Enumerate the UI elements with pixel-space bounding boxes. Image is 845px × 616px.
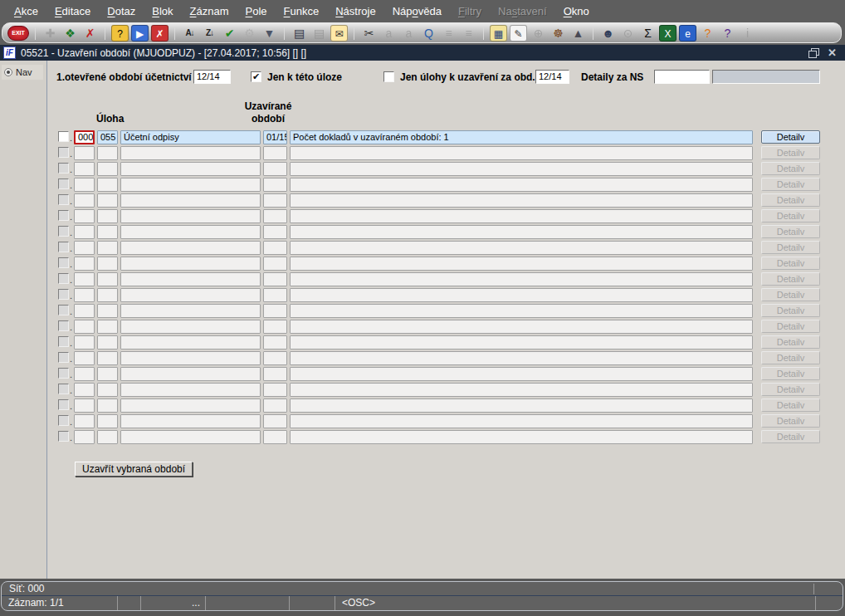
unit-field[interactable]: 000 [74,130,95,144]
period-field [263,272,287,286]
row-checkbox [58,194,69,205]
task-name-field [120,367,261,381]
task-name-field [120,146,261,160]
calendar-card-icon[interactable]: ▦ [490,25,507,42]
user-report-icon[interactable]: ☻ [599,25,617,42]
unit-field [74,414,95,428]
filter-icon[interactable]: ▼ [261,25,278,42]
menu-nastaveni: Nastavení [491,2,554,20]
duplicate-record-icon[interactable]: ❖ [61,25,79,42]
menu-okno[interactable]: Okno [556,2,597,20]
row-checkbox [58,305,69,315]
info-field [290,430,753,444]
period-field[interactable]: 01/15 [263,130,287,144]
table-row: .Detailv [0,335,845,351]
menu-napoveda[interactable]: Nápověda [385,2,449,20]
restore-window-icon[interactable] [808,48,819,58]
only-this-task-checkbox[interactable]: ✔ [251,71,261,82]
window-icon: iF [3,46,16,59]
close-selected-periods-button[interactable]: Uzavřít vybraná období [75,462,193,477]
info-field [290,367,753,381]
info-field [290,272,753,286]
commit-icon[interactable]: ✔ [221,25,238,42]
task-name-field[interactable]: Účetní odpisy [120,130,261,144]
menu-bar: AkceEditaceDotazBlokZáznamPoleFunkceNást… [0,0,845,22]
task-field [97,335,118,350]
menu-nastroje[interactable]: Nástroje [328,2,383,20]
detail-button: Detailv [761,272,820,286]
cancel-query-icon[interactable]: ✗ [151,25,169,42]
unit-field [74,241,95,255]
menu-blok[interactable]: Blok [144,2,180,20]
only-close-period-field[interactable]: 12/14 [535,70,569,84]
statusbar-segment: Záznam: 1/1 [2,596,118,611]
help-wizard-icon[interactable]: ? [699,25,716,42]
detail-button: Detailv [761,304,820,317]
mail-icon[interactable]: ✉ [330,25,348,42]
column-header-period-line2: období [235,113,301,125]
only-close-checkbox[interactable]: ✔ [383,71,394,82]
task-name-field [120,225,261,239]
menu-editace[interactable]: Editace [47,2,98,20]
menu-funkce[interactable]: Funkce [276,2,327,20]
zoom-icon[interactable]: Q [420,25,437,42]
menu-zaznam[interactable]: Záznam [183,2,237,20]
open-period-field[interactable]: 12/14 [193,70,231,84]
period-field [263,304,287,318]
period-field [263,367,287,381]
task-name-field [120,335,261,350]
task-field [97,320,118,334]
period-field [263,414,287,428]
task-field [97,398,118,413]
detail-button: Detailv [761,146,820,159]
info-field[interactable]: Počet dokladů v uzavíraném období: 1 [290,130,753,144]
task-field[interactable]: 055 [97,130,118,144]
toolbar-separator [174,27,175,40]
cut-icon[interactable]: ✂ [360,25,378,42]
exit-button[interactable]: EXIT [7,26,29,41]
details-ns-field[interactable] [654,70,710,84]
excel-icon[interactable]: X [659,25,676,42]
document-edit-icon[interactable]: ✎ [510,25,527,42]
print-icon[interactable]: ▤ [291,25,308,42]
detail-button: Detailv [761,335,820,349]
delete-record-icon[interactable]: ✗ [81,25,99,42]
menu-pole[interactable]: Pole [238,2,275,20]
period-field [263,193,287,208]
help-icon[interactable]: ? [719,25,736,42]
statusbar-segment [118,596,141,611]
unit-field [74,367,95,381]
statusbar-segment [816,596,843,611]
task-name-field [120,304,261,318]
row-checkbox [58,289,69,300]
row-dot: . [70,369,72,379]
row-dot: . [70,385,72,395]
sort-ascending-icon[interactable]: A↓ [181,25,198,42]
row-dot: . [70,417,72,427]
execute-query-icon[interactable]: ▶ [131,25,149,42]
row-checkbox[interactable] [58,131,69,142]
detail-button: Detailv [761,241,820,254]
nav-tab[interactable]: Nav [2,65,43,80]
row-checkbox [58,336,69,347]
statusbar-network: Síť: 000 [2,582,843,596]
detail-button: Detailv [761,430,820,443]
prism-icon[interactable]: ▲ [569,25,587,42]
sort-descending-icon[interactable]: Z↓ [201,25,218,42]
sum-icon[interactable]: Σ [639,25,657,42]
save-query-icon[interactable]: ? [111,25,129,42]
row-checkbox [58,178,69,189]
detail-button: Detailv [761,257,820,270]
menu-dotaz[interactable]: Dotaz [100,2,143,20]
menu-akce[interactable]: Akce [7,2,46,20]
detail-button[interactable]: Detailv [761,130,820,144]
table-row: .Detailv [0,414,845,430]
browser-icon[interactable]: e [679,25,696,42]
row-dot: . [70,354,72,364]
table-row: .Detailv [0,351,845,367]
helm-icon[interactable]: ☸ [549,25,567,42]
detail-button: Detailv [761,351,820,364]
task-field [97,241,118,255]
row-checkbox [58,226,69,237]
close-window-icon[interactable]: ✕ [828,48,837,58]
